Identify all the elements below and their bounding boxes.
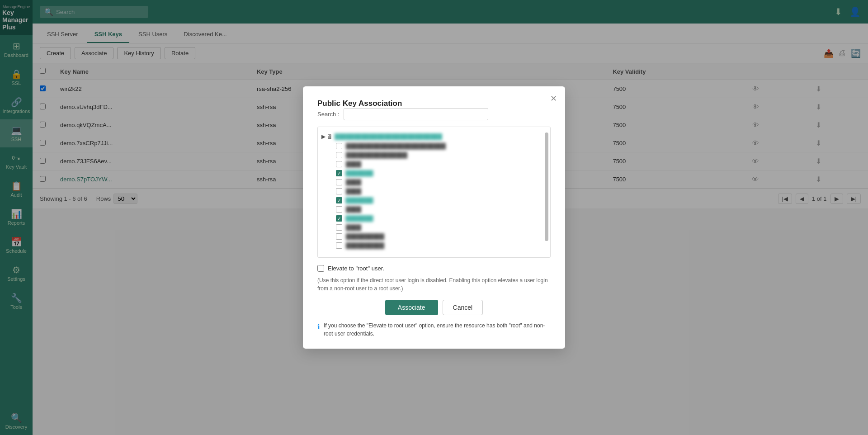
tree-item-label: ████ (345, 179, 362, 185)
tree-item-checkbox[interactable] (336, 152, 342, 158)
tree-item[interactable]: ████ (321, 223, 547, 232)
modal-title: Public Key Association (317, 99, 402, 108)
tree-item-checkbox[interactable] (336, 143, 342, 149)
tree-area: ▶ 🖥 ████████████████████████████ ███████… (317, 127, 551, 258)
modal-button-row: Associate Cancel (317, 300, 551, 315)
tree-item-checkbox[interactable] (336, 233, 342, 240)
tree-item-checkbox[interactable]: ✓ (336, 215, 342, 222)
tree-item-checkbox[interactable] (336, 242, 342, 249)
tree-root-item[interactable]: ▶ 🖥 ████████████████████████████ (321, 132, 547, 142)
tree-item[interactable]: ████ (321, 205, 547, 214)
info-icon: ℹ (317, 322, 320, 332)
tree-item[interactable]: ████ (321, 187, 547, 196)
tree-item-checkbox[interactable] (336, 161, 342, 167)
modal-close-button[interactable]: ✕ (550, 94, 557, 104)
info-text: If you choose the "Elevate to root user"… (324, 322, 551, 338)
tree-item-label: ████ (345, 161, 362, 167)
tree-item-label: ███████ (345, 215, 374, 222)
tree-item-label: ██████████ (345, 233, 385, 240)
tree-item[interactable]: ██████████ (321, 241, 547, 250)
tree-item[interactable]: ██████████ (321, 232, 547, 241)
tree-item-label: ████████████████ (345, 152, 408, 158)
tree-root-label: ████████████████████████████ (335, 133, 442, 140)
tree-item[interactable]: ✓███████ (321, 196, 547, 205)
tree-item-checkbox[interactable] (336, 224, 342, 231)
tree-item-label: ████ (345, 206, 362, 213)
modal-search-input[interactable] (344, 108, 488, 120)
modal-search-row: Search : (317, 108, 551, 120)
tree-item-label: ███████ (345, 170, 374, 176)
elevate-note: (Use this option if the direct root user… (317, 276, 551, 293)
elevate-checkbox[interactable] (317, 265, 324, 272)
associate-button[interactable]: Associate (385, 300, 438, 315)
tree-item-checkbox[interactable]: ✓ (336, 197, 342, 203)
elevate-row: Elevate to "root" user. (317, 265, 551, 272)
tree-item[interactable]: ✓███████ (321, 214, 547, 223)
tree-item-label: ██████████ (345, 242, 385, 249)
tree-expand-icon: ▶ (321, 133, 326, 140)
tree-item-label: ██████████████████████████ (345, 143, 447, 149)
elevate-label: Elevate to "root" user. (328, 265, 384, 272)
cancel-button[interactable]: Cancel (443, 300, 483, 315)
tree-item-label: ████ (345, 188, 362, 194)
tree-item[interactable]: ✓███████ (321, 169, 547, 178)
tree-item-checkbox[interactable] (336, 206, 342, 213)
tree-item[interactable]: ████ (321, 178, 547, 187)
tree-monitor-icon: 🖥 (326, 133, 333, 140)
modal-overlay: Public Key Association ✕ Search : ▶ 🖥 ██… (0, 0, 868, 435)
tree-item-checkbox[interactable]: ✓ (336, 170, 342, 176)
tree-item-checkbox[interactable] (336, 179, 342, 185)
tree-item-label: ████ (345, 224, 362, 231)
info-note: ℹ If you choose the "Elevate to root use… (317, 322, 551, 338)
tree-item[interactable]: ██████████████████████████ (321, 142, 547, 151)
tree-item-checkbox[interactable] (336, 188, 342, 194)
tree-item[interactable]: ████████████████ (321, 151, 547, 160)
public-key-association-modal: Public Key Association ✕ Search : ▶ 🖥 ██… (303, 86, 565, 349)
modal-search-label: Search : (317, 111, 339, 118)
tree-item[interactable]: ████ (321, 160, 547, 169)
tree-item-label: ███████ (345, 197, 374, 203)
